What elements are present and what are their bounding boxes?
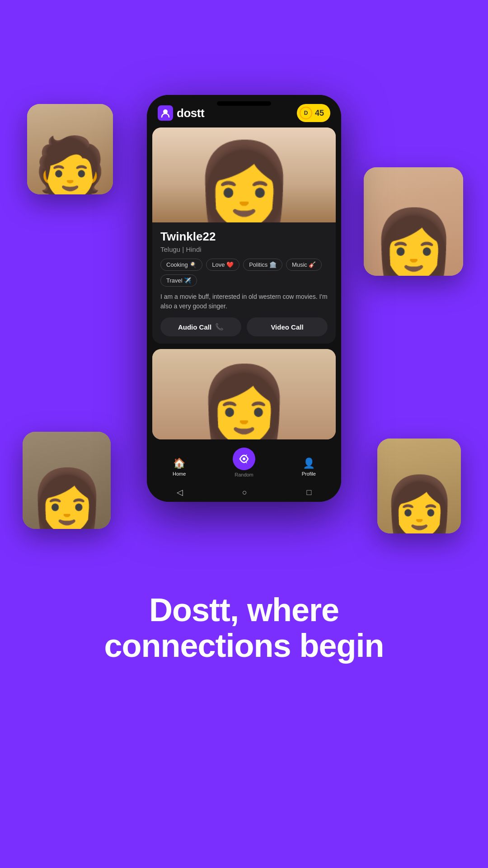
android-nav: ◁ ○ □ — [147, 483, 341, 502]
phone-screen: dostt D 45 — [147, 95, 341, 502]
avatar-card-top-right: 👩 — [364, 167, 463, 276]
tag-love[interactable]: Love ❤️ — [206, 259, 239, 271]
app-name: dostt — [177, 106, 204, 120]
phone-content[interactable]: 👩 Twinkle22 Telugu | Hindi Cooking 🍳 Lov… — [147, 127, 341, 453]
audio-call-button[interactable]: Audio Call 📞 — [160, 317, 241, 336]
avatar-card-bottom-left: 👩 — [23, 432, 111, 529]
home-label: Home — [173, 471, 186, 476]
coin-icon: D — [300, 107, 312, 119]
topbar: dostt D 45 — [147, 95, 341, 127]
tagline-text: Dostt, where connections begin — [104, 592, 384, 664]
phone-icon: 📞 — [215, 323, 224, 331]
profile-name: Twinkle22 — [160, 230, 328, 244]
audio-call-label: Audio Call — [178, 323, 211, 331]
logo-area: dostt — [158, 105, 204, 121]
recent-button[interactable]: □ — [306, 488, 311, 497]
tag-politics[interactable]: Politics 🏛️ — [243, 259, 282, 271]
svg-point-1 — [243, 458, 245, 460]
profile-icon: 👤 — [303, 458, 315, 469]
random-icon-circle[interactable] — [233, 448, 255, 470]
home-button[interactable]: ○ — [242, 488, 247, 497]
profile-actions: Audio Call 📞 Video Call — [160, 317, 328, 336]
bottom-nav: 🏠 Home Random — [147, 453, 341, 483]
avatar-card-top-left: 🧑 — [27, 104, 113, 194]
profile-bio: I am a movie buff, interested in old wes… — [160, 292, 328, 311]
profile-languages: Telugu | Hindi — [160, 245, 328, 253]
second-profile-card: 👩 — [152, 349, 336, 439]
random-label: Random — [235, 472, 253, 477]
tag-cooking[interactable]: Cooking 🍳 — [160, 259, 202, 271]
phone-scene: 🧑 👩 👩 👩 — [0, 27, 488, 570]
tagline-section: Dostt, where connections begin — [77, 570, 411, 700]
logo-icon — [158, 105, 173, 121]
phone-pill — [217, 101, 271, 106]
video-call-label: Video Call — [271, 323, 303, 331]
coin-badge[interactable]: D 45 — [297, 104, 330, 122]
profile-info: Twinkle22 Telugu | Hindi Cooking 🍳 Love … — [152, 222, 336, 344]
nav-home[interactable]: 🏠 Home — [147, 458, 211, 476]
tag-travel[interactable]: Travel ✈️ — [160, 274, 197, 287]
second-profile-hero: 👩 — [152, 349, 336, 439]
home-icon: 🏠 — [173, 458, 185, 469]
nav-profile[interactable]: 👤 Profile — [277, 458, 341, 476]
video-call-button[interactable]: Video Call — [247, 317, 328, 336]
phone-device: dostt D 45 — [147, 95, 341, 502]
profile-tags: Cooking 🍳 Love ❤️ Politics 🏛️ Music 🎸 Tr… — [160, 259, 328, 287]
page: 🧑 👩 👩 👩 — [0, 0, 488, 868]
avatar-card-bottom-right: 👩 — [377, 439, 461, 533]
profile-card: 👩 Twinkle22 Telugu | Hindi Cooking 🍳 Lov… — [152, 127, 336, 344]
nav-random[interactable]: Random — [211, 457, 276, 477]
back-button[interactable]: ◁ — [177, 487, 183, 497]
profile-label: Profile — [302, 471, 316, 476]
tagline-line1: Dostt, where — [149, 592, 339, 628]
tagline-line2: connections begin — [104, 627, 384, 664]
coin-count: 45 — [315, 108, 324, 118]
profile-hero-image: 👩 — [152, 127, 336, 222]
tag-music[interactable]: Music 🎸 — [286, 259, 322, 271]
